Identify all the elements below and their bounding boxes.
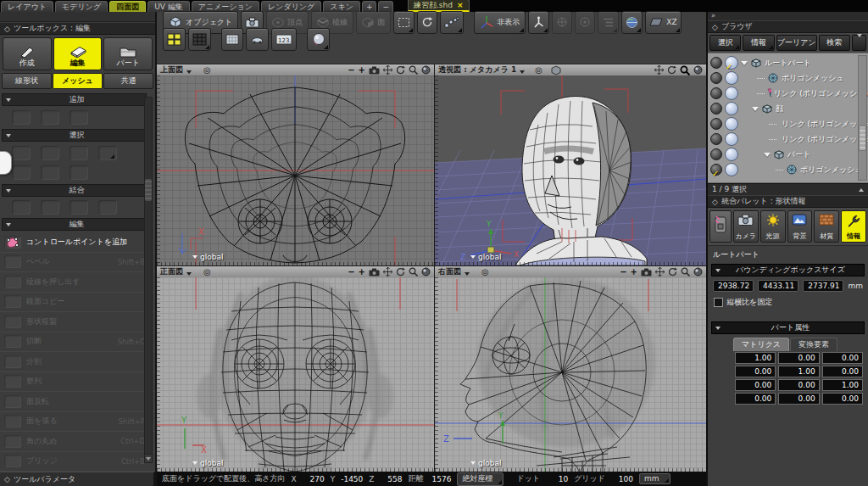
section-add-header[interactable]: 追加	[2, 93, 147, 106]
marquee-select-button[interactable]	[393, 11, 415, 34]
palette-tab-material[interactable]: 材質	[814, 210, 839, 243]
view-menu-triangle-icon[interactable]	[186, 70, 192, 74]
orbit-icon[interactable]	[396, 65, 405, 75]
render-toggle-icon[interactable]	[725, 71, 738, 85]
orbit-icon[interactable]	[667, 65, 676, 75]
expand-triangle-icon[interactable]	[752, 107, 759, 111]
grid-toggle-button[interactable]	[221, 28, 243, 51]
zoom-in-icon[interactable]: +	[631, 268, 637, 277]
render-toggle-icon[interactable]	[725, 148, 738, 161]
info-menu-button[interactable]: 情報	[743, 35, 774, 51]
single-view-button[interactable]	[188, 28, 211, 51]
matrix-cell[interactable]: 1.00	[735, 352, 776, 364]
matrix-cell[interactable]: 0.00	[735, 366, 776, 377]
tree-item-label[interactable]: ポリゴンメッシュ	[800, 165, 863, 176]
magnifier-icon[interactable]	[680, 65, 690, 75]
palette-header[interactable]: ◇ 統合パレット : 形状情報	[708, 195, 868, 208]
focus-target-icon[interactable]: ◎	[481, 267, 489, 277]
tree-item-label[interactable]: リンク (ポリゴンメッシュ)	[782, 134, 868, 145]
section-select-header[interactable]: 選択	[2, 129, 147, 142]
bbox-y-field[interactable]: 4433.11	[758, 280, 798, 292]
tree-row-part[interactable]: パート	[708, 147, 868, 162]
quad-view-button[interactable]	[163, 28, 186, 51]
viewport-title[interactable]: 正面図	[160, 266, 183, 277]
palette-tab-light[interactable]: 光源	[760, 210, 786, 243]
zoom-in-icon[interactable]: +	[359, 268, 365, 277]
tab-layout[interactable]: レイアウト	[1, 1, 53, 12]
tab-mesh[interactable]: メッシュ	[53, 73, 103, 89]
panel-collapse-strip[interactable]: »	[708, 12, 868, 20]
view-menu-triangle-icon[interactable]	[520, 70, 525, 74]
scrollbar-handle[interactable]	[145, 179, 152, 201]
unit-dropdown[interactable]: mm	[639, 473, 670, 484]
tool-parameter-header[interactable]: ◇ ツールパラメータ	[0, 472, 155, 486]
viewport-right-canvas[interactable]: Z Y global	[435, 277, 706, 472]
viewport-front-canvas[interactable]: Y X global	[157, 277, 434, 472]
orbit-icon[interactable]	[396, 267, 405, 277]
manipulator-hide-button[interactable]: 非表示	[474, 11, 526, 34]
tab-matrix[interactable]: マトリクス	[733, 338, 789, 351]
world-manipulator-button[interactable]	[528, 11, 549, 34]
bbox-z-field[interactable]: 2737.91	[803, 280, 843, 292]
mode-part-button[interactable]: パート	[103, 37, 153, 70]
tab-line-shape[interactable]: 線形状	[2, 73, 52, 89]
scroll-up-icon[interactable]	[859, 188, 864, 192]
mode-create-button[interactable]: 作成	[3, 37, 52, 70]
boolean-button[interactable]: ブーリアン	[776, 35, 817, 51]
visibility-eye-icon[interactable]	[710, 133, 722, 145]
world-coords-button[interactable]	[621, 11, 643, 34]
matrix-cell[interactable]: 0.00	[778, 393, 819, 405]
visibility-eye-icon[interactable]	[710, 57, 722, 69]
render-sphere-icon[interactable]	[421, 267, 431, 277]
render-sphere-icon[interactable]	[693, 65, 703, 75]
mode-edit-button[interactable]: 編集	[53, 37, 103, 70]
section-join-header[interactable]: 結合	[2, 184, 147, 197]
tab-common[interactable]: 共通	[103, 73, 153, 89]
tree-row-link-mesh[interactable]: リンク (ポリゴンメッシュ)	[708, 86, 868, 101]
viewport-title[interactable]: 上面図	[160, 64, 183, 75]
render-toggle-icon[interactable]	[725, 163, 738, 176]
matrix-cell[interactable]: 0.00	[778, 379, 819, 391]
render-sphere-icon[interactable]	[421, 65, 431, 75]
close-icon[interactable]: ×	[457, 1, 464, 9]
toolbox-scrollbar[interactable]	[144, 97, 153, 463]
palette-tab-background[interactable]: 背景	[787, 210, 813, 243]
palette-tab-info[interactable]: 情報	[841, 210, 866, 243]
tree-row-link-mesh[interactable]: リンク (ポリゴンメッシュ)	[708, 131, 868, 147]
camera-icon[interactable]	[369, 66, 380, 75]
tree-item-label[interactable]: パート	[787, 149, 810, 160]
magnifier-icon[interactable]	[409, 267, 418, 277]
expand-triangle-icon[interactable]	[741, 61, 748, 65]
tree-row-polygon-mesh[interactable]: ポリゴンメッシュ	[708, 70, 868, 86]
bbox-x-field[interactable]: 2938.72	[713, 280, 754, 292]
shading-mode-button[interactable]	[307, 28, 330, 51]
focus-target-icon[interactable]: ◎	[203, 65, 211, 75]
search-button[interactable]: 検索	[819, 35, 850, 51]
zoom-out-icon[interactable]: −	[620, 268, 626, 277]
tree-row-polygon-mesh-selected[interactable]: ✓ ポリゴンメッシュ	[708, 162, 868, 177]
scrollbar-handle[interactable]	[859, 126, 866, 151]
pan-icon[interactable]	[654, 65, 664, 75]
magnifier-icon[interactable]	[409, 65, 418, 75]
magnifier-icon[interactable]	[681, 267, 690, 277]
render-toggle-icon[interactable]	[725, 132, 738, 146]
tree-row-link-mesh[interactable]: リンク (ポリゴンメッシュ)	[708, 116, 868, 131]
expand-triangle-icon[interactable]	[764, 153, 771, 157]
tree-row-root-part[interactable]: ✓ ルートパート	[708, 55, 868, 70]
coordinate-space-label[interactable]: global	[470, 459, 501, 467]
view-menu-triangle-icon[interactable]	[465, 272, 470, 276]
tab-transform-elements[interactable]: 変換要素	[790, 338, 837, 351]
object-display-button[interactable]	[246, 28, 269, 51]
coord-mode-dropdown[interactable]: 絶対座標	[457, 472, 504, 486]
rotate-select-button[interactable]	[417, 11, 437, 34]
popup-handle-flag[interactable]	[0, 151, 12, 175]
zoom-in-icon[interactable]: +	[359, 66, 365, 75]
visibility-eye-icon[interactable]	[710, 72, 722, 84]
edit-tool-add-control-point[interactable]: コントロールポイントを追加	[0, 232, 155, 252]
visibility-eye-icon[interactable]	[710, 87, 722, 99]
render-sphere-icon[interactable]	[693, 267, 703, 277]
tree-scrollbar[interactable]	[858, 55, 867, 181]
camera-icon[interactable]	[641, 268, 652, 277]
render-toggle-icon[interactable]	[725, 117, 738, 131]
matrix-cell[interactable]: 0.00	[735, 393, 776, 405]
